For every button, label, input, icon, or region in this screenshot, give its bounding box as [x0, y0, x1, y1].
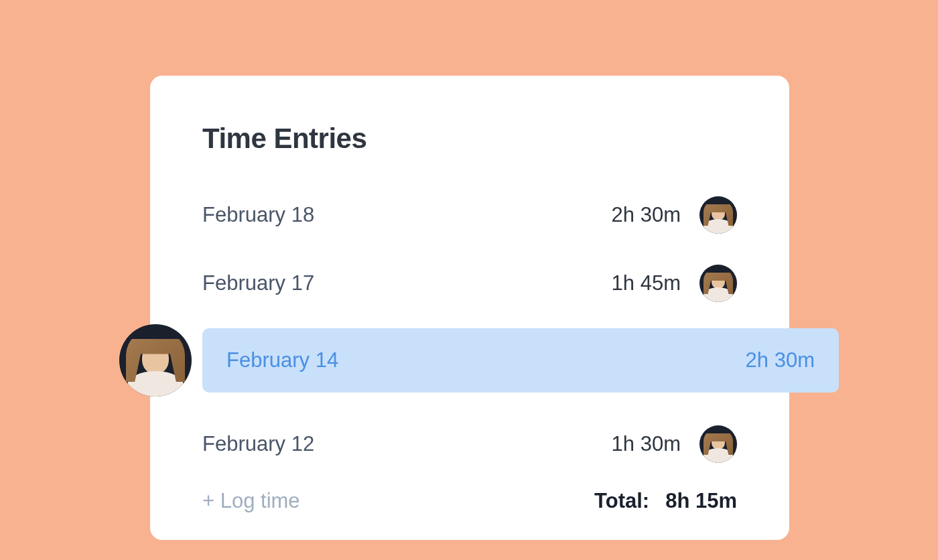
entry-date: February 14: [226, 348, 338, 372]
time-entry-row-selected[interactable]: February 14 2h 30m: [202, 328, 839, 393]
log-time-button[interactable]: + Log time: [202, 489, 300, 513]
total-value: 8h 15m: [665, 489, 737, 513]
entry-date: February 18: [202, 203, 314, 227]
user-avatar-icon: [119, 324, 192, 397]
time-entry-row[interactable]: February 18 2h 30m: [202, 192, 737, 238]
entry-right: 2h 30m: [746, 348, 815, 372]
entry-duration: 2h 30m: [746, 348, 815, 372]
entry-right: 1h 45m: [612, 265, 737, 302]
entry-date: February 12: [202, 432, 314, 456]
entry-date: February 17: [202, 271, 314, 295]
user-avatar-icon: [699, 196, 737, 234]
time-entry-row[interactable]: February 12 1h 30m: [202, 421, 737, 468]
time-entry-row[interactable]: February 17 1h 45m: [202, 260, 737, 307]
selected-entry-wrapper: February 14 2h 30m: [202, 328, 737, 393]
entry-duration: 2h 30m: [612, 203, 681, 227]
total-label: Total:: [594, 489, 649, 513]
user-avatar-icon: [699, 425, 737, 463]
footer: + Log time Total: 8h 15m: [202, 489, 737, 513]
entries-list: February 18 2h 30m February 17 1h 45m Fe…: [202, 192, 737, 468]
total-wrapper: Total: 8h 15m: [594, 489, 737, 513]
panel-title: Time Entries: [202, 123, 737, 155]
entry-duration: 1h 45m: [612, 271, 681, 295]
time-entries-panel: Time Entries February 18 2h 30m February…: [150, 76, 789, 540]
entry-right: 1h 30m: [612, 425, 737, 463]
entry-duration: 1h 30m: [612, 432, 681, 456]
user-avatar-icon: [699, 265, 737, 302]
entry-right: 2h 30m: [612, 196, 737, 234]
